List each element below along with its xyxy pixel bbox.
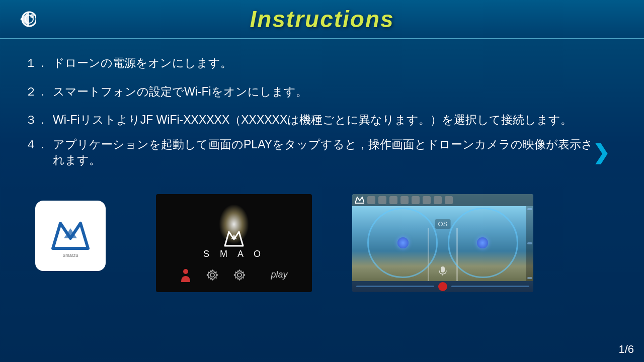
svg-rect-16	[441, 266, 445, 273]
toolbar-dot-5	[412, 196, 420, 204]
sidebar-item	[527, 277, 532, 279]
mic-area	[438, 266, 447, 278]
instruction-text-4: アプリケーションを起動して画面のPLAYをタップすると，操作画面とドローンカメラ…	[53, 137, 594, 168]
toolbar-dot-4	[400, 196, 409, 204]
instruction-number-4: ４．	[25, 137, 53, 152]
svg-text:SmaOS: SmaOS	[62, 253, 78, 258]
joystick-right-dot	[477, 237, 488, 248]
mic-icon	[438, 266, 447, 276]
instruction-number-2: ２．	[25, 83, 53, 101]
person-icon	[180, 268, 191, 282]
splash-icons-row: play	[180, 268, 287, 285]
splash-text: S M A O	[203, 249, 265, 259]
svg-marker-15	[355, 197, 364, 203]
splash-screen: S M A O play	[156, 194, 312, 292]
svg-point-3	[30, 14, 34, 18]
record-button	[438, 282, 447, 291]
instruction-text-3: Wi-FiリストよりJF WiFi-XXXXXX（XXXXXXは機種ごとに異なり…	[53, 111, 619, 129]
instruction-text-1: ドローンの電源をオンにします。	[53, 54, 619, 72]
toolbar-dot-3	[389, 196, 397, 204]
toolbar-dot-6	[423, 196, 431, 204]
joystick-left-dot	[397, 237, 409, 248]
instruction-item-2: ２． スマートフォンの設定でWi-Fiをオンにします。	[25, 83, 619, 101]
toolbar-dot-7	[434, 196, 442, 204]
instruction-item-1: １． ドローンの電源をオンにします。	[25, 54, 619, 72]
gear-icon-2	[233, 269, 246, 281]
page-indicator: 1/6	[618, 343, 634, 356]
game-screen: OS	[352, 194, 533, 292]
toolbar-dot-1	[367, 196, 375, 204]
content-area: １． ドローンの電源をオンにします。 ２． スマートフォンの設定でWi-Fiをオ…	[0, 39, 644, 189]
splash-logo-area: S M A O	[203, 229, 265, 259]
svg-point-12	[210, 273, 214, 277]
sidebar-item	[527, 208, 532, 210]
gear-icon-1	[206, 269, 218, 281]
game-bottom-bar	[352, 281, 533, 292]
instruction-item-4: ４． アプリケーションを起動して画面のPLAYをタップすると，操作画面とドローン…	[25, 137, 619, 168]
bottom-bar-line-right	[451, 286, 529, 287]
logo	[10, 10, 36, 29]
app-icon: SmaOS	[35, 201, 106, 271]
svg-point-11	[183, 269, 188, 274]
svg-point-13	[237, 273, 242, 277]
toolbar-logo-icon	[355, 197, 364, 204]
play-label: play	[271, 269, 287, 280]
instruction-number-1: １．	[25, 54, 53, 72]
toolbar-dot-8	[445, 196, 453, 204]
next-page-chevron[interactable]: ❯	[593, 141, 610, 164]
splash-logo-icon	[224, 229, 244, 247]
game-toolbar	[352, 194, 533, 206]
header: Instructions	[0, 0, 644, 39]
instruction-text-2: スマートフォンの設定でWi-Fiをオンにします。	[53, 83, 619, 101]
os-label: OS	[435, 219, 451, 229]
page-title: Instructions	[250, 6, 394, 33]
instruction-item-3: ３． Wi-FiリストよりJF WiFi-XXXXXX（XXXXXXは機種ごとに…	[25, 111, 619, 129]
toolbar-dot-2	[378, 196, 386, 204]
logo-icon	[10, 10, 36, 29]
smaos-logo-icon: SmaOS	[43, 211, 98, 261]
bottom-bar-line-left	[356, 286, 434, 287]
right-sidebar	[526, 206, 533, 281]
instruction-number-3: ３．	[25, 111, 53, 129]
sidebar-item	[527, 242, 532, 244]
